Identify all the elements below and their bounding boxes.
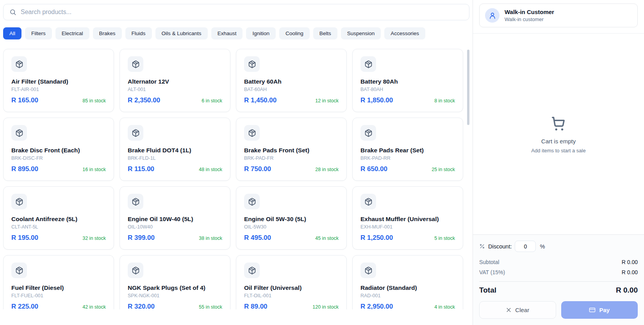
product-price: R 195.00	[11, 234, 38, 242]
category-chip-ignition[interactable]: Ignition	[246, 27, 276, 39]
clear-button[interactable]: Clear	[479, 301, 556, 319]
product-card[interactable]: Fuel Filter (Diesel) FLT-FUEL-001 R 225.…	[3, 255, 114, 309]
product-card[interactable]: Brake Fluid DOT4 (1L) BRK-FLD-1L R 115.0…	[120, 118, 230, 181]
product-card[interactable]: Engine Oil 5W-30 (5L) OIL-5W30 R 495.00 …	[236, 186, 347, 250]
product-price: R 2,350.00	[128, 96, 160, 104]
product-price: R 495.00	[244, 234, 271, 242]
product-price: R 225.00	[11, 303, 38, 309]
product-card[interactable]: Brake Pads Rear (Set) BRK-PAD-RR R 650.0…	[352, 118, 463, 181]
product-card[interactable]: Oil Filter (Universal) FLT-OIL-001 R 89.…	[236, 255, 347, 309]
category-chip-suspension[interactable]: Suspension	[341, 27, 381, 39]
customer-type: Walk-in customer	[505, 16, 554, 22]
product-card[interactable]: Exhaust Muffler (Universal) EXH-MUF-001 …	[352, 186, 463, 250]
product-card[interactable]: Engine Oil 10W-40 (5L) OIL-10W40 R 399.0…	[120, 186, 230, 250]
category-chip-cooling[interactable]: Cooling	[279, 27, 310, 39]
product-card[interactable]: Brake Disc Front (Each) BRK-DISC-FR R 89…	[3, 118, 114, 181]
product-price-row: R 195.00 32 in stock	[11, 234, 106, 242]
product-stock: 42 in stock	[82, 304, 106, 309]
pay-button-label: Pay	[599, 307, 610, 313]
customer-selector[interactable]: Walk-in Customer Walk-in customer	[479, 4, 638, 27]
product-thumbnail	[360, 125, 376, 141]
product-sku: BRK-FLD-1L	[128, 155, 222, 161]
product-stock: 8 in stock	[434, 98, 455, 104]
category-chip-electrical[interactable]: Electrical	[55, 27, 89, 39]
product-name: Brake Pads Front (Set)	[244, 147, 339, 154]
product-price: R 165.00	[11, 96, 38, 104]
product-thumbnail	[244, 262, 260, 278]
product-thumbnail	[11, 194, 27, 209]
product-thumbnail	[128, 125, 143, 141]
package-icon	[132, 129, 140, 137]
subtotal-value: R 0.00	[622, 259, 638, 265]
product-price-row: R 2,950.00 4 in stock	[360, 303, 455, 309]
subtotal-label: Subtotal	[479, 259, 499, 265]
customer-avatar	[485, 8, 500, 23]
cart-panel: Walk-in Customer Walk-in customer Cart i…	[473, 0, 644, 325]
product-sku: FLT-AIR-001	[11, 87, 106, 92]
category-chip-belts[interactable]: Belts	[313, 27, 337, 39]
product-grid: Air Filter (Standard) FLT-AIR-001 R 165.…	[3, 49, 469, 309]
product-stock: 28 in stock	[315, 167, 339, 172]
product-card[interactable]: Radiator (Standard) RAD-001 R 2,950.00 4…	[352, 255, 463, 309]
pos-app: AllFiltersElectricalBrakesFluidsOils & L…	[0, 0, 644, 325]
product-price: R 89.00	[244, 303, 268, 309]
product-thumbnail	[11, 56, 27, 72]
product-card[interactable]: NGK Spark Plugs (Set of 4) SPK-NGK-001 R…	[120, 255, 230, 309]
product-sku: FLT-FUEL-001	[11, 293, 106, 298]
product-stock: 25 in stock	[432, 167, 455, 172]
main-area: AllFiltersElectricalBrakesFluidsOils & L…	[0, 0, 473, 325]
product-price-row: R 89.00 120 in stock	[244, 303, 339, 309]
package-icon	[248, 198, 256, 206]
package-icon	[15, 60, 23, 68]
package-icon	[132, 266, 140, 275]
product-stock: 85 in stock	[82, 98, 106, 104]
product-thumbnail	[360, 262, 376, 278]
product-name: Alternator 12V	[128, 78, 222, 85]
search-bar	[3, 4, 469, 20]
product-thumbnail	[244, 125, 260, 141]
sale-summary: Discount: % Subtotal R 0.00 VAT (15%) R …	[473, 234, 644, 325]
cart-empty-subtitle: Add items to start a sale	[531, 148, 585, 154]
product-thumbnail	[244, 194, 260, 209]
product-card[interactable]: Battery 60Ah BAT-60AH R 1,450.00 12 in s…	[236, 49, 347, 112]
category-chip-brakes[interactable]: Brakes	[93, 27, 122, 39]
clear-button-label: Clear	[515, 307, 529, 313]
category-chip-all[interactable]: All	[3, 27, 21, 39]
package-icon	[364, 266, 373, 275]
product-name: Brake Disc Front (Each)	[11, 147, 106, 154]
discount-label: Discount:	[488, 243, 512, 250]
product-stock: 4 in stock	[434, 304, 455, 309]
product-stock: 12 in stock	[315, 98, 339, 104]
package-icon	[248, 129, 256, 137]
category-chip-filters[interactable]: Filters	[25, 27, 52, 39]
package-icon	[364, 60, 373, 68]
product-card[interactable]: Battery 80Ah BAT-80AH R 1,850.00 8 in st…	[352, 49, 463, 112]
cart-empty-title: Cart is empty	[541, 138, 576, 145]
product-card[interactable]: Brake Pads Front (Set) BRK-PAD-FR R 750.…	[236, 118, 347, 181]
search-input[interactable]	[21, 9, 463, 16]
product-name: Exhaust Muffler (Universal)	[360, 216, 455, 223]
category-chip-accessories[interactable]: Accessories	[384, 27, 425, 39]
product-name: Engine Oil 10W-40 (5L)	[128, 216, 222, 223]
grid-scrollbar-thumb[interactable]	[467, 50, 469, 125]
product-name: Radiator (Standard)	[360, 284, 455, 291]
discount-input[interactable]	[515, 241, 536, 252]
product-price-row: R 895.00 16 in stock	[11, 165, 106, 173]
product-thumbnail	[360, 56, 376, 72]
product-stock: 16 in stock	[82, 167, 106, 172]
pay-button[interactable]: Pay	[561, 301, 638, 319]
category-chip-oils-lubricants[interactable]: Oils & Lubricants	[155, 27, 208, 39]
product-price-row: R 1,250.00 5 in stock	[360, 234, 455, 242]
category-chip-fluids[interactable]: Fluids	[125, 27, 152, 39]
credit-card-icon	[589, 307, 596, 313]
product-card[interactable]: Alternator 12V ALT-001 R 2,350.00 6 in s…	[120, 49, 230, 112]
product-stock: 6 in stock	[202, 98, 222, 104]
product-thumbnail	[11, 262, 27, 278]
product-card[interactable]: Coolant Antifreeze (5L) CLT-ANT-5L R 195…	[3, 186, 114, 250]
product-price-row: R 225.00 42 in stock	[11, 303, 106, 309]
search-icon	[9, 9, 16, 16]
category-bar: AllFiltersElectricalBrakesFluidsOils & L…	[3, 27, 469, 39]
category-chip-exhaust[interactable]: Exhaust	[211, 27, 243, 39]
product-card[interactable]: Air Filter (Standard) FLT-AIR-001 R 165.…	[3, 49, 114, 112]
summary-divider	[479, 281, 638, 282]
